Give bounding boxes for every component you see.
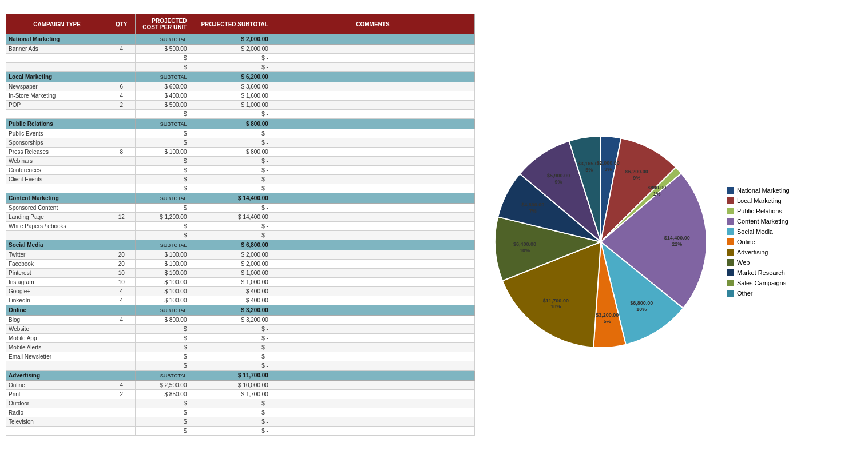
legend-color bbox=[727, 249, 734, 256]
subtotal-label: SUBTOTAL bbox=[135, 34, 189, 45]
table-row: Webinars $ $ - bbox=[6, 157, 475, 166]
pie-label: $6,800.0010% bbox=[624, 300, 659, 313]
table-row: Press Releases 8 $ 100.00 $ 800.00 bbox=[6, 148, 475, 157]
budget-table-container: CAMPAIGN TYPE QTY PROJECTED COST PER UNI… bbox=[6, 14, 475, 436]
item-cost: $ bbox=[135, 204, 189, 213]
item-qty bbox=[108, 231, 135, 240]
legend-color bbox=[727, 269, 734, 276]
item-name: Blog bbox=[6, 316, 108, 325]
item-qty bbox=[108, 204, 135, 213]
item-subtotal: $ 1,700.00 bbox=[189, 390, 271, 399]
table-row: Public Events $ $ - bbox=[6, 129, 475, 138]
item-cost: $ bbox=[135, 231, 189, 240]
item-comments bbox=[271, 381, 474, 390]
item-cost: $ bbox=[135, 175, 189, 184]
item-comments bbox=[271, 399, 474, 408]
item-subtotal: $ - bbox=[189, 408, 271, 417]
item-subtotal: $ - bbox=[189, 427, 271, 436]
item-comments bbox=[271, 316, 474, 325]
item-qty: 6 bbox=[108, 82, 135, 91]
item-name bbox=[6, 54, 108, 63]
item-qty bbox=[108, 166, 135, 175]
item-cost: $ bbox=[135, 129, 189, 138]
col-cost: PROJECTED COST PER UNIT bbox=[135, 14, 189, 34]
item-qty: 4 bbox=[108, 91, 135, 101]
item-qty: 10 bbox=[108, 269, 135, 278]
item-subtotal: $ 800.00 bbox=[189, 148, 271, 157]
pie-label: $4,800.007% bbox=[516, 202, 550, 214]
item-comments bbox=[271, 334, 474, 343]
subtotal-value: $ 800.00 bbox=[189, 119, 271, 129]
item-subtotal: $ 2,000.00 bbox=[189, 45, 271, 54]
table-row: Online 4 $ 2,500.00 $ 10,000.00 bbox=[6, 381, 475, 390]
item-comments bbox=[271, 408, 474, 417]
item-name bbox=[6, 361, 108, 371]
item-subtotal: $ 14,400.00 bbox=[189, 213, 271, 222]
subtotal-label: SUBTOTAL bbox=[135, 371, 189, 381]
item-cost: $ 600.00 bbox=[135, 82, 189, 91]
item-cost: $ bbox=[135, 361, 189, 371]
item-cost: $ 400.00 bbox=[135, 91, 189, 101]
legend-item: Public Relations bbox=[727, 208, 790, 214]
item-name: Twitter bbox=[6, 250, 108, 260]
item-subtotal: $ - bbox=[189, 399, 271, 408]
item-subtotal: $ 400.00 bbox=[189, 296, 271, 305]
item-name: Email Newsletter bbox=[6, 352, 108, 361]
item-comments bbox=[271, 110, 474, 119]
legend-label: Local Marketing bbox=[737, 197, 782, 204]
legend-color bbox=[727, 290, 734, 297]
item-comments bbox=[271, 45, 474, 54]
subtotal-value: $ 14,400.00 bbox=[189, 193, 271, 204]
item-name: Sponsored Content bbox=[6, 204, 108, 213]
item-qty bbox=[108, 222, 135, 231]
item-name: Radio bbox=[6, 408, 108, 417]
item-qty: 20 bbox=[108, 260, 135, 269]
item-cost: $ 100.00 bbox=[135, 250, 189, 260]
item-comments bbox=[271, 157, 474, 166]
table-row: $ $ - bbox=[6, 184, 475, 193]
item-subtotal: $ - bbox=[189, 343, 271, 352]
item-name: Public Events bbox=[6, 129, 108, 138]
legend-color bbox=[727, 280, 734, 286]
item-cost: $ 100.00 bbox=[135, 278, 189, 287]
table-row: Newspaper 6 $ 600.00 $ 3,600.00 bbox=[6, 82, 475, 91]
item-cost: $ 100.00 bbox=[135, 148, 189, 157]
item-qty bbox=[108, 175, 135, 184]
item-cost: $ 100.00 bbox=[135, 296, 189, 305]
item-comments bbox=[271, 361, 474, 371]
table-row: $ $ - bbox=[6, 54, 475, 63]
legend-label: Content Marketing bbox=[737, 218, 788, 225]
table-row: Sponsored Content $ $ - bbox=[6, 204, 475, 213]
category-name: Public Relations bbox=[6, 119, 136, 129]
item-qty bbox=[108, 352, 135, 361]
item-subtotal: $ - bbox=[189, 166, 271, 175]
item-subtotal: $ - bbox=[189, 222, 271, 231]
chart-legend: National Marketing Local Marketing Publi… bbox=[727, 187, 790, 297]
table-row: Sponsorships $ $ - bbox=[6, 138, 475, 148]
item-name: Website bbox=[6, 325, 108, 334]
table-row: Instagram 10 $ 100.00 $ 1,000.00 bbox=[6, 278, 475, 287]
legend-item: Sales Campaigns bbox=[727, 280, 790, 286]
category-comments bbox=[271, 305, 474, 316]
item-subtotal: $ 1,000.00 bbox=[189, 101, 271, 110]
category-comments bbox=[271, 193, 474, 204]
item-subtotal: $ 3,600.00 bbox=[189, 82, 271, 91]
item-cost: $ 1,200.00 bbox=[135, 213, 189, 222]
pie-label: $3,200.005% bbox=[590, 312, 624, 325]
legend-label: Public Relations bbox=[737, 208, 782, 214]
table-row: Website $ $ - bbox=[6, 325, 475, 334]
table-row: LinkedIn 4 $ 100.00 $ 400.00 bbox=[6, 296, 475, 305]
item-name: Webinars bbox=[6, 157, 108, 166]
item-comments bbox=[271, 278, 474, 287]
item-cost: $ bbox=[135, 157, 189, 166]
col-campaign: CAMPAIGN TYPE bbox=[6, 14, 108, 34]
item-cost: $ bbox=[135, 427, 189, 436]
subtotal-value: $ 6,200.00 bbox=[189, 72, 271, 82]
item-qty: 2 bbox=[108, 101, 135, 110]
category-name: Online bbox=[6, 305, 136, 316]
item-name bbox=[6, 231, 108, 240]
table-row: POP 2 $ 500.00 $ 1,000.00 bbox=[6, 101, 475, 110]
legend-label: Sales Campaigns bbox=[737, 280, 786, 286]
item-qty: 4 bbox=[108, 287, 135, 296]
item-cost: $ bbox=[135, 110, 189, 119]
